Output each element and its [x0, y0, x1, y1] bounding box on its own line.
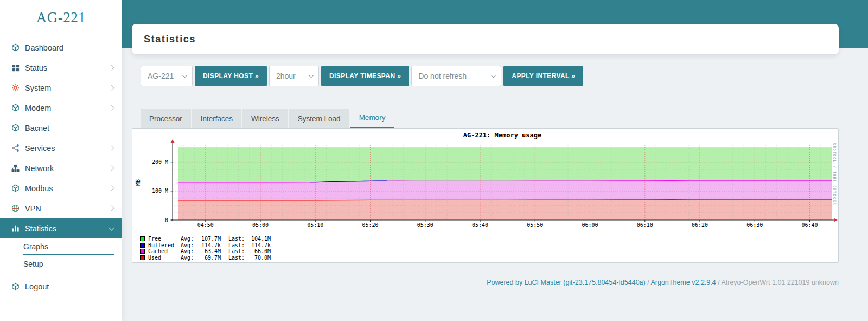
svg-text:05:40: 05:40: [472, 222, 488, 228]
legend-avg-label: Avg:: [181, 248, 197, 254]
sidebar-item-label: Modbus: [25, 184, 53, 193]
sidebar-item-label: Status: [25, 64, 47, 72]
sidebar-subitem-setup[interactable]: Setup: [23, 255, 114, 272]
legend-last-label: Last:: [228, 248, 247, 254]
grid-icon: [11, 64, 20, 72]
chevron-right-icon: [109, 166, 114, 171]
host-select[interactable]: AG-221: [141, 66, 193, 86]
legend-series-name: Cached: [148, 248, 181, 254]
sidebar-item-label: System: [25, 84, 51, 92]
legend-last-label: Last:: [228, 236, 247, 242]
memory-usage-chart: 04:5005:0005:1005:2005:3005:4005:5006:00…: [132, 129, 838, 231]
globe-icon: [11, 204, 20, 213]
tab-memory[interactable]: Memory: [350, 109, 394, 128]
chevron-right-icon: [109, 85, 114, 91]
legend-last-label: Last:: [228, 242, 247, 248]
sidebar-item-label: Statistics: [25, 224, 56, 233]
footer: Powered by LuCI Master (git-23.175.80454…: [132, 279, 839, 286]
nav-spacer: [0, 272, 122, 276]
legend-last-value: 70.0M: [247, 255, 271, 261]
apply-interval-button[interactable]: APPLY INTERVAL »: [503, 66, 583, 86]
legend-color-swatch: [140, 236, 145, 241]
sidebar-item-dashboard[interactable]: Dashboard: [0, 37, 122, 58]
tab-processor[interactable]: Processor: [141, 109, 191, 128]
sidebar-item-modem[interactable]: Modem: [0, 98, 122, 118]
timespan-select[interactable]: 2hour: [269, 66, 319, 86]
chevron-right-icon: [109, 206, 114, 211]
svg-text:06:30: 06:30: [746, 222, 763, 228]
sidebar-subitem-graphs[interactable]: Graphs: [23, 238, 114, 255]
sidebar-item-logout[interactable]: Logout: [0, 276, 122, 297]
legend-avg-value: 114.7k: [197, 242, 221, 248]
svg-text:0: 0: [165, 217, 168, 223]
cube-icon: [11, 43, 20, 52]
chart-legend: FreeAvg:107.7MLast:104.1MBufferedAvg:114…: [140, 236, 838, 261]
sidebar-item-modbus[interactable]: Modbus: [0, 178, 122, 198]
footer-version: / Atreyo-OpenWrt 1.01 221019 unknown: [716, 279, 839, 286]
svg-text:200 M: 200 M: [152, 159, 168, 165]
legend-row-cached: CachedAvg:63.4MLast:66.0M: [140, 248, 838, 255]
tab-interfaces[interactable]: Interfaces: [192, 109, 241, 128]
svg-text:05:30: 05:30: [417, 222, 433, 228]
tab-system-load[interactable]: System Load: [289, 109, 349, 128]
svg-text:100 M: 100 M: [152, 188, 168, 194]
svg-text:05:00: 05:00: [252, 222, 269, 228]
legend-avg-label: Avg:: [181, 242, 197, 248]
cube-icon: [11, 124, 20, 133]
chevron-right-icon: [109, 65, 114, 71]
chevron-right-icon: [109, 105, 114, 111]
refresh-interval-select[interactable]: Do not refresh: [411, 66, 501, 86]
svg-text:06:10: 06:10: [637, 222, 653, 228]
gear-icon: [11, 84, 20, 92]
legend-last-label: Last:: [228, 255, 247, 261]
svg-text:05:20: 05:20: [362, 222, 378, 228]
rrdtool-watermark: RRDTOOL / TOBI OETIKER: [832, 143, 837, 205]
svg-text:05:50: 05:50: [527, 222, 543, 228]
refresh-interval-value: Do not refresh: [418, 72, 467, 80]
cube-icon: [11, 104, 20, 112]
display-timespan-button[interactable]: DISPLAY TIMESPAN »: [321, 66, 409, 86]
sidebar-item-label: Network: [25, 164, 54, 173]
svg-text:06:20: 06:20: [692, 222, 708, 228]
sidebar-item-status[interactable]: Status: [0, 58, 122, 78]
legend-last-value: 66.0M: [247, 248, 271, 254]
chevron-down-icon: [491, 73, 496, 78]
sidebar-item-network[interactable]: Network: [0, 158, 122, 178]
argon-theme-link[interactable]: ArgonTheme v2.2.9.4: [650, 279, 716, 286]
sidebar-item-system[interactable]: System: [0, 78, 122, 98]
legend-row-used: UsedAvg:69.7MLast:70.0M: [140, 255, 838, 261]
legend-row-free: FreeAvg:107.7MLast:104.1M: [140, 236, 838, 242]
legend-row-buffered: BufferedAvg:114.7kLast:114.7k: [140, 242, 838, 249]
page-header: Statistics: [132, 24, 839, 54]
sidebar-item-label: Bacnet: [25, 124, 49, 133]
sidebar-item-label: Dashboard: [25, 43, 63, 52]
tab-wireless[interactable]: Wireless: [242, 109, 288, 128]
legend-color-swatch: [140, 243, 145, 248]
legend-avg-value: 107.7M: [197, 236, 221, 242]
chevron-right-icon: [109, 146, 114, 151]
sidebar-item-statistics[interactable]: Statistics: [0, 218, 122, 238]
sidebar-item-label: Logout: [25, 282, 49, 291]
legend-series-name: Buffered: [148, 242, 181, 248]
legend-color-swatch: [140, 249, 145, 254]
luci-link[interactable]: Powered by LuCI Master (git-23.175.80454…: [487, 279, 646, 286]
svg-text:06:40: 06:40: [801, 222, 818, 228]
display-host-button[interactable]: DISPLAY HOST »: [195, 66, 267, 86]
cube-icon: [11, 282, 20, 291]
sidebar-item-label: VPN: [25, 204, 41, 213]
app-logo: AG-221: [0, 0, 122, 37]
cube-icon: [11, 184, 20, 193]
chevron-down-icon: [309, 73, 314, 78]
sidebar-item-bacnet[interactable]: Bacnet: [0, 118, 122, 138]
memory-graph-panel: 04:5005:0005:1005:2005:3005:4005:5006:00…: [132, 128, 839, 263]
legend-avg-label: Avg:: [181, 236, 197, 242]
sidebar-item-label: Services: [25, 144, 55, 153]
sidebar-item-services[interactable]: Services: [0, 138, 122, 158]
legend-series-name: Free: [148, 236, 181, 242]
sidebar-item-vpn[interactable]: VPN: [0, 198, 122, 218]
sidebar-item-label: Modem: [25, 104, 51, 112]
controls-bar: AG-221 DISPLAY HOST » 2hour DISPLAY TIME…: [141, 66, 583, 86]
svg-text:MB: MB: [135, 179, 141, 186]
legend-last-value: 104.1M: [247, 236, 271, 242]
chart-bar-icon: [11, 224, 20, 233]
